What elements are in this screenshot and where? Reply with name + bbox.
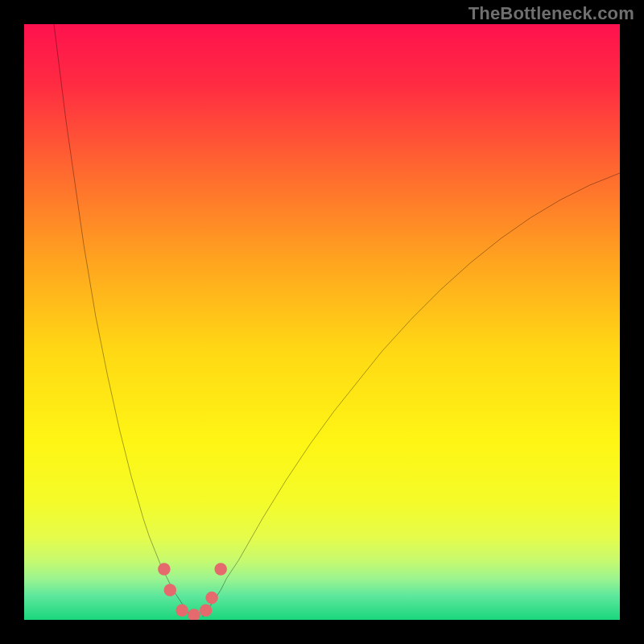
plot-area bbox=[24, 24, 620, 620]
curves-layer bbox=[24, 24, 620, 620]
watermark-label: TheBottleneck.com bbox=[469, 3, 634, 24]
marker-0 bbox=[158, 563, 171, 576]
marker-6 bbox=[214, 563, 227, 576]
outer-frame: TheBottleneck.com bbox=[0, 0, 644, 644]
marker-2 bbox=[175, 604, 188, 617]
marker-5 bbox=[205, 592, 218, 605]
marker-4 bbox=[200, 604, 213, 617]
curve-left bbox=[54, 24, 191, 617]
marker-3 bbox=[188, 609, 200, 620]
curve-right bbox=[203, 173, 620, 617]
marker-1 bbox=[164, 584, 177, 597]
